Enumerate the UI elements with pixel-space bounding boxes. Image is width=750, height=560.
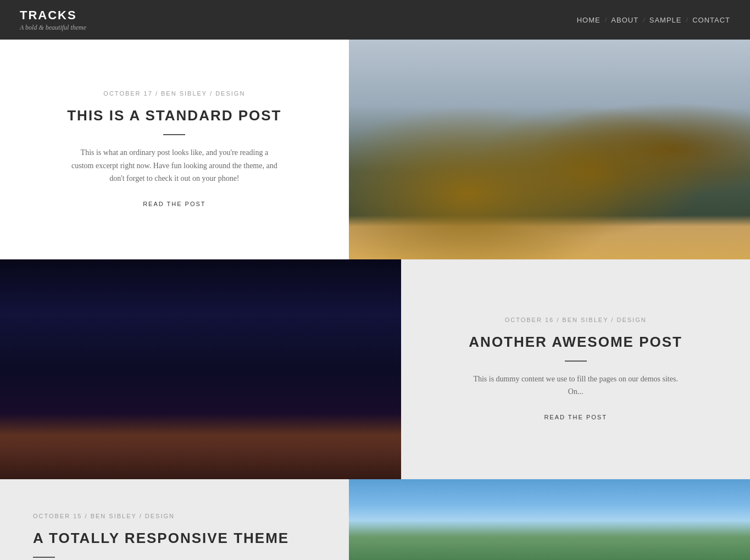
nav-contact[interactable]: CONTACT bbox=[692, 16, 730, 24]
post-1-meta: OCTOBER 17 / BEN SIBLEY / DESIGN bbox=[103, 90, 245, 97]
nav-sep-3: / bbox=[686, 15, 688, 24]
post-3-title: A TOTALLY RESPONSIVE THEME bbox=[33, 529, 289, 548]
post-1-divider bbox=[163, 134, 185, 135]
nav-sample[interactable]: SAMPLE bbox=[649, 16, 682, 24]
post-2-meta: OCTOBER 16 / BEN SIBLEY / DESIGN bbox=[505, 317, 647, 323]
nav-sep-2: / bbox=[643, 15, 645, 24]
post-3-divider bbox=[33, 557, 55, 558]
post-1-title: THIS IS A STANDARD POST bbox=[67, 107, 281, 125]
nav-sep-1: / bbox=[605, 15, 607, 24]
post-2-divider bbox=[565, 361, 587, 362]
post-1-read-more[interactable]: READ THE POST bbox=[143, 201, 205, 209]
post-card-1: OCTOBER 17 / BEN SIBLEY / DESIGN THIS IS… bbox=[0, 40, 750, 259]
post-card-3: OCTOBER 15 / BEN SIBLEY / DESIGN A TOTAL… bbox=[0, 479, 750, 560]
nav-about[interactable]: ABOUT bbox=[611, 16, 638, 24]
posts-container: OCTOBER 17 / BEN SIBLEY / DESIGN THIS IS… bbox=[0, 40, 750, 560]
post-3-content: OCTOBER 15 / BEN SIBLEY / DESIGN A TOTAL… bbox=[0, 479, 349, 560]
post-1-image bbox=[349, 40, 750, 259]
post-3-meta: OCTOBER 15 / BEN SIBLEY / DESIGN bbox=[33, 513, 175, 519]
site-branding: TRACKS A bold & beautiful theme bbox=[20, 8, 86, 32]
site-header: TRACKS A bold & beautiful theme HOME / A… bbox=[0, 0, 750, 40]
post-3-image bbox=[349, 479, 750, 560]
post-1-content: OCTOBER 17 / BEN SIBLEY / DESIGN THIS IS… bbox=[0, 40, 349, 259]
post-2-content: OCTOBER 16 / BEN SIBLEY / DESIGN ANOTHER… bbox=[401, 259, 750, 479]
post-2-excerpt: This is dummy content we use to fill the… bbox=[471, 373, 680, 399]
site-tagline: A bold & beautiful theme bbox=[20, 24, 86, 32]
post-card-2: OCTOBER 16 / BEN SIBLEY / DESIGN ANOTHER… bbox=[0, 259, 750, 479]
post-2-image bbox=[0, 259, 401, 479]
site-nav: HOME / ABOUT / SAMPLE / CONTACT bbox=[577, 15, 730, 24]
post-2-title: ANOTHER AWESOME POST bbox=[469, 333, 682, 352]
site-title: TRACKS bbox=[20, 8, 86, 23]
nav-home[interactable]: HOME bbox=[577, 16, 601, 24]
post-2-read-more[interactable]: READ THE POST bbox=[544, 414, 607, 422]
post-1-excerpt: This is what an ordinary post looks like… bbox=[70, 146, 279, 185]
